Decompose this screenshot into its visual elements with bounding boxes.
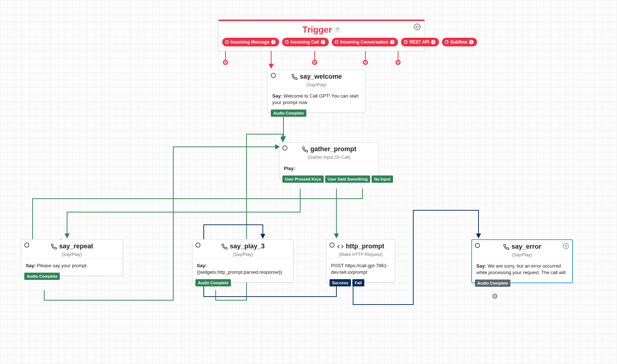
output-success[interactable]: Success: [330, 279, 351, 286]
widget-type-text: (Make HTTP Request): [331, 252, 390, 257]
body-label: Say:: [272, 93, 282, 99]
widget-name-text: gather_prompt: [310, 145, 356, 153]
trigger-title: Trigger ?: [302, 25, 340, 35]
body-label: Say:: [26, 263, 36, 268]
widget-type-text: (Say/Play): [476, 252, 568, 257]
output-fail[interactable]: Fail: [352, 279, 364, 286]
output-audio-complete[interactable]: Audio Complete: [475, 280, 510, 287]
widget-http-prompt[interactable]: http_prompt (Make HTTP Request) POST htt…: [326, 239, 395, 282]
widget-type-text: (Say/Play): [197, 252, 289, 257]
trigger-event-subflow[interactable]: Subflow?: [442, 38, 477, 46]
output-audio-complete[interactable]: Audio Complete: [271, 109, 306, 117]
output-no-input[interactable]: No Input: [372, 175, 393, 183]
trigger-events-row: Incoming Message? Incoming Call? Incomin…: [219, 38, 425, 51]
trigger-port-rest-api[interactable]: [363, 60, 368, 65]
trigger-port-incoming-conversation[interactable]: [312, 60, 317, 65]
output-audio-complete[interactable]: Audio Complete: [24, 273, 60, 280]
output-user-pressed-keys[interactable]: User Pressed Keys: [282, 175, 324, 183]
widget-type-text: (Say/Play): [26, 252, 118, 257]
say-error-output-port[interactable]: [492, 294, 497, 299]
trigger-event-rest-api[interactable]: REST API?: [401, 38, 439, 46]
widget-name-text: say_repeat: [59, 243, 93, 250]
trigger-node[interactable]: Trigger ? Incoming Message? Incoming Cal…: [218, 20, 425, 51]
widget-title: http_prompt: [337, 243, 384, 250]
trigger-port-subflow[interactable]: [396, 60, 401, 65]
body-text: Please say your prompt.: [37, 263, 88, 268]
body-label: Say:: [197, 263, 207, 268]
widget-name-text: http_prompt: [346, 243, 384, 250]
body-text: POST https://call-gpt-7861-dev.twil.io/p…: [331, 263, 388, 275]
help-icon[interactable]: ?: [334, 26, 341, 33]
widget-body: Say: Welcome to Call GPT! You can start …: [268, 89, 365, 112]
trigger-title-text: Trigger: [302, 25, 332, 35]
widget-name-text: say_error: [512, 243, 541, 251]
widget-title: gather_prompt: [302, 145, 356, 153]
widget-gather-prompt[interactable]: gather_prompt (Gather Input On Call) Pla…: [279, 142, 379, 179]
widget-name-text: say_play_3: [230, 243, 265, 250]
trigger-event-incoming-conversation[interactable]: Incoming Conversation?: [332, 38, 398, 46]
gear-icon[interactable]: [414, 23, 421, 32]
widget-type-text: (Gather Input On Call): [284, 155, 374, 160]
svg-point-5: [417, 26, 418, 28]
body-text: {{widgets.http_prompt.parsed.response}}: [197, 269, 282, 275]
output-user-said-something[interactable]: User Said Something: [325, 175, 370, 183]
widget-body: POST https://call-gpt-7861-dev.twil.io/p…: [327, 258, 395, 282]
widget-say-repeat[interactable]: say_repeat (Say/Play) Say: Please say yo…: [21, 239, 123, 276]
widget-say-welcome[interactable]: say_welcome (Say/Play) Say: Welcome to C…: [268, 70, 365, 113]
trigger-port-incoming-message[interactable]: [223, 60, 228, 65]
body-label: Play:: [284, 166, 295, 171]
body-text: Welcome to Call GPT! You can start your …: [272, 93, 359, 105]
widget-body: Say: We are sorry, but an error occurred…: [472, 259, 572, 282]
widget-type-text: (Say/Play): [272, 82, 361, 87]
widget-title: say_play_3: [221, 243, 265, 250]
trigger-event-incoming-call[interactable]: Incoming Call?: [282, 38, 329, 46]
body-text: We are sorry, but an error occurred whil…: [476, 263, 566, 275]
widget-title: say_repeat: [50, 243, 93, 250]
widget-say-play-3[interactable]: say_play_3 (Say/Play) Say: {{widgets.htt…: [192, 239, 294, 282]
body-label: Say:: [476, 263, 486, 269]
widget-say-error[interactable]: say_error (Say/Play) Say: We are sorry, …: [471, 239, 573, 283]
trigger-event-incoming-message[interactable]: Incoming Message?: [222, 38, 279, 46]
widget-name-text: say_welcome: [300, 73, 342, 80]
widget-title: say_error: [503, 243, 541, 251]
widget-title: say_welcome: [291, 73, 342, 80]
widget-body: Say: {{widgets.http_prompt.parsed.respon…: [192, 258, 293, 282]
output-audio-complete[interactable]: Audio Complete: [195, 279, 231, 286]
